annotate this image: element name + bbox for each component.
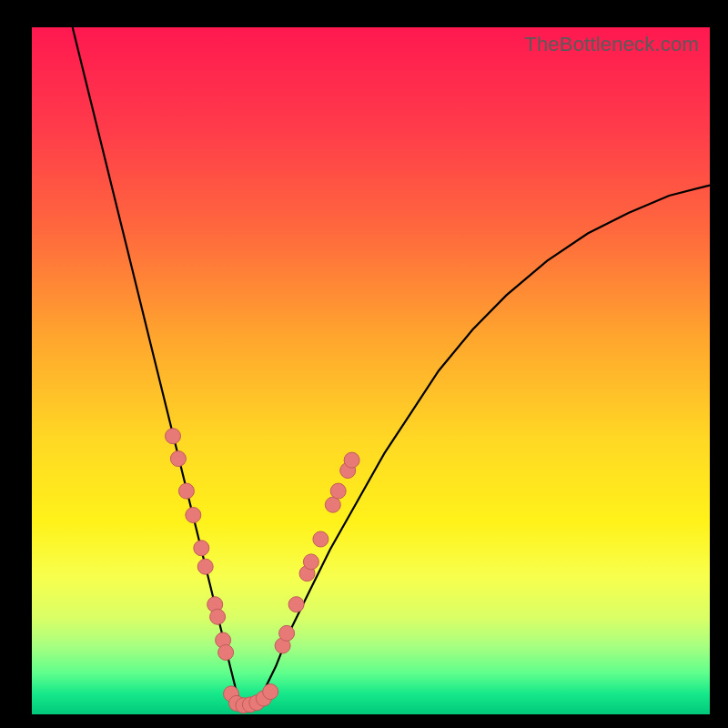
data-dot [288, 597, 304, 612]
data-dot [325, 497, 340, 512]
curve-svg [32, 27, 710, 714]
data-dot [194, 541, 209, 556]
bottleneck-curve [73, 27, 710, 711]
data-dot [263, 684, 278, 700]
data-dot [197, 559, 213, 574]
data-dot [210, 609, 226, 624]
data-dot [313, 531, 329, 547]
data-dot [303, 554, 318, 570]
chart-frame: TheBottleneck.com [0, 0, 728, 728]
data-dot [218, 645, 234, 661]
data-dot [170, 451, 186, 467]
data-dot [186, 508, 201, 523]
data-dot [330, 483, 346, 499]
data-dot [178, 483, 194, 499]
data-dot [344, 452, 359, 468]
plot-area: TheBottleneck.com [32, 27, 710, 714]
data-dot [166, 429, 181, 444]
data-dot [279, 625, 295, 641]
data-dots [166, 429, 360, 713]
